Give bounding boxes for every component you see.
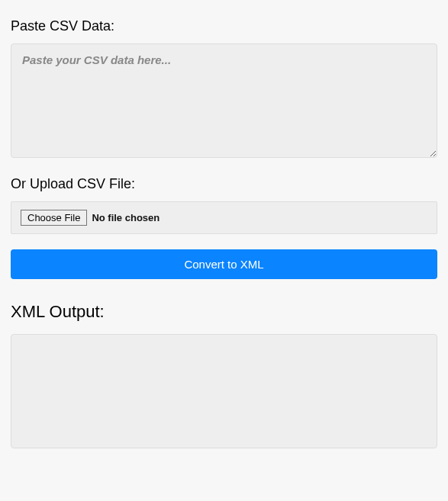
file-input-row: Choose File No file chosen (11, 201, 437, 234)
xml-output-area (11, 334, 437, 448)
csv-textarea[interactable] (11, 43, 437, 158)
upload-csv-label: Or Upload CSV File: (11, 176, 437, 192)
convert-button[interactable]: Convert to XML (11, 249, 437, 279)
upload-csv-section: Or Upload CSV File: Choose File No file … (11, 176, 437, 234)
xml-output-label: XML Output: (11, 302, 437, 322)
file-status-text: No file chosen (92, 212, 160, 223)
paste-csv-section: Paste CSV Data: (11, 18, 437, 161)
choose-file-button[interactable]: Choose File (21, 210, 87, 226)
paste-csv-label: Paste CSV Data: (11, 18, 437, 34)
xml-output-section: XML Output: (11, 302, 437, 448)
